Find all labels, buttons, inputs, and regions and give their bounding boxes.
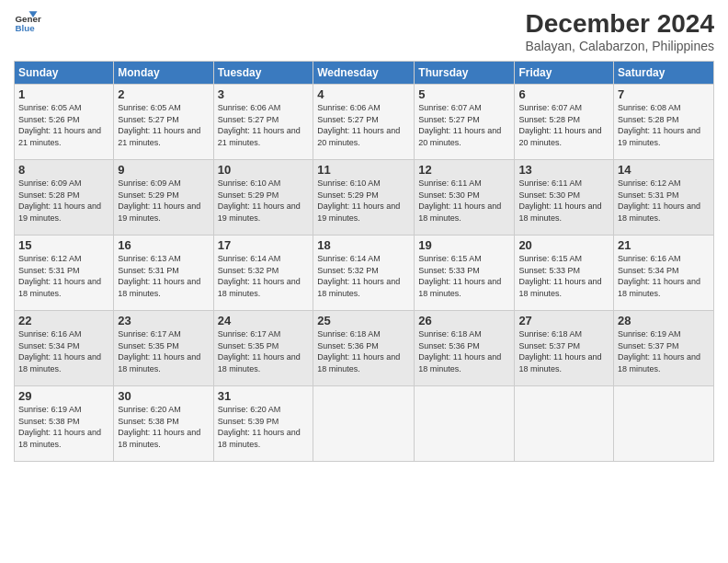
table-row: 10 Sunrise: 6:10 AM Sunset: 5:29 PM Dayl… bbox=[213, 160, 313, 236]
col-tuesday: Tuesday bbox=[213, 62, 313, 85]
day-number: 18 bbox=[317, 238, 410, 252]
calendar: Sunday Monday Tuesday Wednesday Thursday… bbox=[14, 61, 714, 462]
day-info: Sunrise: 6:19 AM Sunset: 5:38 PM Dayligh… bbox=[18, 404, 109, 450]
day-number: 26 bbox=[418, 314, 510, 327]
table-row: 9 Sunrise: 6:09 AM Sunset: 5:29 PM Dayli… bbox=[114, 160, 213, 236]
day-info: Sunrise: 6:20 AM Sunset: 5:39 PM Dayligh… bbox=[218, 404, 310, 450]
table-row: 20 Sunrise: 6:15 AM Sunset: 5:33 PM Dayl… bbox=[515, 236, 614, 311]
table-row bbox=[313, 386, 415, 462]
table-row: 21 Sunrise: 6:16 AM Sunset: 5:34 PM Dayl… bbox=[614, 236, 714, 311]
day-number: 21 bbox=[618, 238, 710, 252]
day-number: 3 bbox=[218, 87, 310, 101]
col-sunday: Sunday bbox=[15, 62, 114, 85]
logo-icon: General Blue bbox=[14, 9, 41, 37]
title-block: December 2024 Balayan, Calabarzon, Phili… bbox=[526, 9, 714, 53]
day-number: 16 bbox=[118, 238, 209, 252]
subtitle: Balayan, Calabarzon, Philippines bbox=[526, 39, 714, 53]
day-number: 29 bbox=[18, 389, 109, 403]
day-number: 14 bbox=[618, 163, 710, 177]
table-row: 7 Sunrise: 6:08 AM Sunset: 5:28 PM Dayli… bbox=[614, 85, 714, 160]
table-row: 25 Sunrise: 6:18 AM Sunset: 5:36 PM Dayl… bbox=[313, 311, 415, 386]
day-info: Sunrise: 6:08 AM Sunset: 5:28 PM Dayligh… bbox=[618, 102, 710, 148]
table-row: 27 Sunrise: 6:18 AM Sunset: 5:37 PM Dayl… bbox=[515, 311, 614, 386]
day-info: Sunrise: 6:18 AM Sunset: 5:36 PM Dayligh… bbox=[418, 328, 510, 374]
day-info: Sunrise: 6:09 AM Sunset: 5:29 PM Dayligh… bbox=[118, 178, 209, 224]
day-info: Sunrise: 6:12 AM Sunset: 5:31 PM Dayligh… bbox=[18, 253, 109, 299]
table-row: 1 Sunrise: 6:05 AM Sunset: 5:26 PM Dayli… bbox=[15, 85, 114, 160]
day-info: Sunrise: 6:11 AM Sunset: 5:30 PM Dayligh… bbox=[418, 178, 510, 224]
table-row: 23 Sunrise: 6:17 AM Sunset: 5:35 PM Dayl… bbox=[114, 311, 213, 386]
day-number: 28 bbox=[618, 314, 710, 327]
col-monday: Monday bbox=[114, 62, 213, 85]
day-info: Sunrise: 6:14 AM Sunset: 5:32 PM Dayligh… bbox=[218, 253, 310, 299]
calendar-row: 15 Sunrise: 6:12 AM Sunset: 5:31 PM Dayl… bbox=[15, 236, 714, 311]
table-row: 18 Sunrise: 6:14 AM Sunset: 5:32 PM Dayl… bbox=[313, 236, 415, 311]
table-row: 13 Sunrise: 6:11 AM Sunset: 5:30 PM Dayl… bbox=[515, 160, 614, 236]
day-info: Sunrise: 6:15 AM Sunset: 5:33 PM Dayligh… bbox=[418, 253, 510, 299]
day-info: Sunrise: 6:10 AM Sunset: 5:29 PM Dayligh… bbox=[317, 178, 410, 224]
svg-text:Blue: Blue bbox=[16, 23, 36, 33]
table-row: 6 Sunrise: 6:07 AM Sunset: 5:28 PM Dayli… bbox=[515, 85, 614, 160]
day-info: Sunrise: 6:16 AM Sunset: 5:34 PM Dayligh… bbox=[18, 328, 109, 374]
day-number: 13 bbox=[518, 163, 609, 177]
day-number: 23 bbox=[118, 314, 209, 327]
table-row: 2 Sunrise: 6:05 AM Sunset: 5:27 PM Dayli… bbox=[114, 85, 213, 160]
day-number: 10 bbox=[218, 163, 310, 177]
calendar-row: 29 Sunrise: 6:19 AM Sunset: 5:38 PM Dayl… bbox=[15, 386, 714, 462]
table-row: 31 Sunrise: 6:20 AM Sunset: 5:39 PM Dayl… bbox=[213, 386, 313, 462]
calendar-header-row: Sunday Monday Tuesday Wednesday Thursday… bbox=[15, 62, 714, 85]
day-info: Sunrise: 6:15 AM Sunset: 5:33 PM Dayligh… bbox=[518, 253, 609, 299]
day-info: Sunrise: 6:20 AM Sunset: 5:38 PM Dayligh… bbox=[118, 404, 209, 450]
day-info: Sunrise: 6:18 AM Sunset: 5:37 PM Dayligh… bbox=[518, 328, 609, 374]
day-number: 19 bbox=[418, 238, 510, 252]
table-row: 30 Sunrise: 6:20 AM Sunset: 5:38 PM Dayl… bbox=[114, 386, 213, 462]
calendar-row: 1 Sunrise: 6:05 AM Sunset: 5:26 PM Dayli… bbox=[15, 85, 714, 160]
main-title: December 2024 bbox=[526, 9, 714, 39]
table-row: 11 Sunrise: 6:10 AM Sunset: 5:29 PM Dayl… bbox=[313, 160, 415, 236]
day-number: 8 bbox=[18, 163, 109, 177]
day-info: Sunrise: 6:11 AM Sunset: 5:30 PM Dayligh… bbox=[518, 178, 609, 224]
table-row: 24 Sunrise: 6:17 AM Sunset: 5:35 PM Dayl… bbox=[213, 311, 313, 386]
calendar-row: 8 Sunrise: 6:09 AM Sunset: 5:28 PM Dayli… bbox=[15, 160, 714, 236]
day-info: Sunrise: 6:06 AM Sunset: 5:27 PM Dayligh… bbox=[317, 102, 410, 148]
day-info: Sunrise: 6:18 AM Sunset: 5:36 PM Dayligh… bbox=[317, 328, 410, 374]
day-number: 9 bbox=[118, 163, 209, 177]
table-row: 12 Sunrise: 6:11 AM Sunset: 5:30 PM Dayl… bbox=[415, 160, 515, 236]
day-info: Sunrise: 6:05 AM Sunset: 5:27 PM Dayligh… bbox=[118, 102, 209, 148]
day-info: Sunrise: 6:12 AM Sunset: 5:31 PM Dayligh… bbox=[618, 178, 710, 224]
day-info: Sunrise: 6:06 AM Sunset: 5:27 PM Dayligh… bbox=[218, 102, 310, 148]
day-number: 24 bbox=[218, 314, 310, 327]
day-number: 17 bbox=[218, 238, 310, 252]
table-row bbox=[614, 386, 714, 462]
day-number: 6 bbox=[518, 87, 609, 101]
page: General Blue December 2024 Balayan, Cala… bbox=[0, 0, 728, 563]
day-number: 2 bbox=[118, 87, 209, 101]
day-number: 11 bbox=[317, 163, 410, 177]
logo: General Blue bbox=[14, 9, 41, 37]
table-row: 3 Sunrise: 6:06 AM Sunset: 5:27 PM Dayli… bbox=[213, 85, 313, 160]
day-info: Sunrise: 6:09 AM Sunset: 5:28 PM Dayligh… bbox=[18, 178, 109, 224]
day-info: Sunrise: 6:07 AM Sunset: 5:27 PM Dayligh… bbox=[418, 102, 510, 148]
day-number: 5 bbox=[418, 87, 510, 101]
day-info: Sunrise: 6:17 AM Sunset: 5:35 PM Dayligh… bbox=[118, 328, 209, 374]
table-row: 5 Sunrise: 6:07 AM Sunset: 5:27 PM Dayli… bbox=[415, 85, 515, 160]
table-row: 26 Sunrise: 6:18 AM Sunset: 5:36 PM Dayl… bbox=[415, 311, 515, 386]
day-number: 1 bbox=[18, 87, 109, 101]
day-info: Sunrise: 6:19 AM Sunset: 5:37 PM Dayligh… bbox=[618, 328, 710, 374]
day-info: Sunrise: 6:16 AM Sunset: 5:34 PM Dayligh… bbox=[618, 253, 710, 299]
day-info: Sunrise: 6:13 AM Sunset: 5:31 PM Dayligh… bbox=[118, 253, 209, 299]
col-saturday: Saturday bbox=[614, 62, 714, 85]
col-thursday: Thursday bbox=[415, 62, 515, 85]
table-row: 16 Sunrise: 6:13 AM Sunset: 5:31 PM Dayl… bbox=[114, 236, 213, 311]
calendar-row: 22 Sunrise: 6:16 AM Sunset: 5:34 PM Dayl… bbox=[15, 311, 714, 386]
day-number: 22 bbox=[18, 314, 109, 327]
svg-text:General: General bbox=[16, 14, 42, 24]
day-number: 7 bbox=[618, 87, 710, 101]
day-number: 31 bbox=[218, 389, 310, 403]
day-info: Sunrise: 6:07 AM Sunset: 5:28 PM Dayligh… bbox=[518, 102, 609, 148]
table-row: 29 Sunrise: 6:19 AM Sunset: 5:38 PM Dayl… bbox=[15, 386, 114, 462]
day-number: 27 bbox=[518, 314, 609, 327]
table-row: 8 Sunrise: 6:09 AM Sunset: 5:28 PM Dayli… bbox=[15, 160, 114, 236]
table-row bbox=[415, 386, 515, 462]
day-number: 4 bbox=[317, 87, 410, 101]
